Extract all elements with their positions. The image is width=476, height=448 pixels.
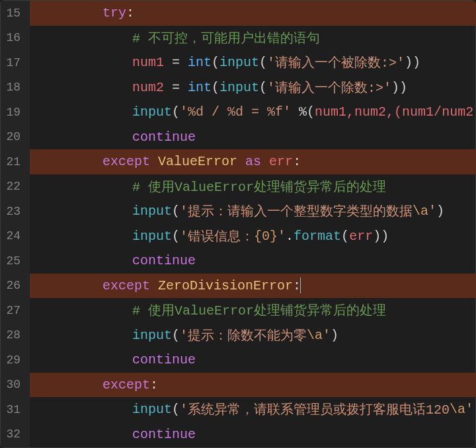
code-line[interactable]: except: xyxy=(30,373,476,398)
paren: ) xyxy=(473,402,476,417)
line-number: 21 xyxy=(5,149,20,174)
code-line[interactable]: # 使用ValueError处理铺货异常后的处理 xyxy=(30,298,476,323)
code-line[interactable]: input('提示：请输入一个整型数字类型的数据\a') xyxy=(30,199,476,224)
keyword-as: as xyxy=(245,154,261,169)
string: ' xyxy=(428,204,436,219)
code-line[interactable]: except ValueError as err: xyxy=(30,149,476,174)
paren: ( xyxy=(259,55,267,70)
gutter: 15 16 17 18 19 20 21 22 23 24 25 26 27 2… xyxy=(1,1,30,447)
line-number: 28 xyxy=(5,323,20,348)
line-number: 31 xyxy=(5,397,20,422)
escape-char: \a xyxy=(413,204,428,219)
paren: )) xyxy=(391,80,407,95)
paren: ( xyxy=(172,328,180,343)
paren: ( xyxy=(212,80,219,95)
comment: # 使用ValueError处理铺货异常后的处理 xyxy=(132,301,386,319)
identifier: err xyxy=(349,229,373,244)
line-number: 22 xyxy=(5,174,20,200)
keyword-continue: continue xyxy=(132,130,196,145)
identifier: err xyxy=(269,154,293,169)
code-line[interactable]: # 不可控，可能用户出错的语句 xyxy=(30,26,476,51)
keyword-continue: continue xyxy=(132,427,196,442)
identifier: num1,num2,(num1/num2) xyxy=(315,104,476,120)
line-number: 32 xyxy=(5,422,20,447)
line-number: 20 xyxy=(5,125,20,150)
code-line[interactable]: num1 = int(input('请输入一个被除数:>')) xyxy=(30,50,476,75)
func-input: input xyxy=(132,204,172,219)
escape-char: \a xyxy=(307,328,323,343)
line-number: 18 xyxy=(5,75,20,100)
dot: . xyxy=(286,229,294,244)
code-line[interactable]: input('错误信息：{0}'.format(err)) xyxy=(30,224,476,249)
identifier: num2 xyxy=(132,80,164,95)
code-line[interactable]: input('提示：除数不能为零\a') xyxy=(30,323,476,348)
line-number: 16 xyxy=(5,26,20,51)
operator: = xyxy=(164,80,188,95)
line-number: 29 xyxy=(5,348,20,373)
string: '系统异常，请联系管理员或拨打客服电话120 xyxy=(180,400,450,418)
paren: ) xyxy=(331,328,338,343)
line-number: 23 xyxy=(5,199,20,224)
string: '提示：请输入一个整型数字类型的数据 xyxy=(180,202,413,220)
paren: ( xyxy=(341,229,349,244)
paren: )) xyxy=(405,55,420,70)
string: ' xyxy=(465,402,473,417)
escape-char: \a xyxy=(450,402,465,417)
code-line[interactable]: continue xyxy=(30,422,476,447)
paren: ( xyxy=(172,104,180,120)
func-input: input xyxy=(132,229,172,244)
string: '请输入一个被除数:>' xyxy=(267,54,405,71)
code-line[interactable]: num2 = int(input('请输入一个除数:>')) xyxy=(30,75,476,100)
code-area[interactable]: try: # 不可控，可能用户出错的语句 num1 = int(input('请… xyxy=(30,1,476,447)
exception-class: ValueError xyxy=(158,154,237,169)
string: ' xyxy=(278,229,286,244)
colon: : xyxy=(150,377,158,392)
line-number: 25 xyxy=(5,248,20,274)
paren: ( xyxy=(172,229,180,244)
line-number: 24 xyxy=(5,224,20,249)
func-input: input xyxy=(132,104,172,120)
line-number: 17 xyxy=(5,50,20,75)
paren: ) xyxy=(436,204,444,219)
paren: )) xyxy=(373,229,389,244)
code-line[interactable]: try: xyxy=(30,1,476,26)
keyword-continue: continue xyxy=(132,352,196,367)
code-line[interactable]: continue xyxy=(30,125,476,150)
line-number: 27 xyxy=(5,298,20,323)
code-editor[interactable]: 15 16 17 18 19 20 21 22 23 24 25 26 27 2… xyxy=(0,0,476,448)
comment: # 使用ValueError处理铺货异常后的处理 xyxy=(132,178,386,196)
colon: : xyxy=(126,5,134,20)
paren: ( xyxy=(307,104,315,120)
keyword-except: except xyxy=(102,278,150,293)
code-line[interactable]: input('%d / %d = %f' %(num1,num2,(num1/n… xyxy=(30,100,476,125)
func-input: input xyxy=(132,328,172,343)
func-input: input xyxy=(219,55,259,70)
code-line[interactable]: input('系统异常，请联系管理员或拨打客服电话120\a') xyxy=(30,397,476,422)
paren: ( xyxy=(212,55,219,70)
string: '%d / %d = %f' xyxy=(180,104,291,120)
keyword-try: try xyxy=(102,5,126,20)
method-format: format xyxy=(294,229,341,244)
func-input: input xyxy=(132,402,172,417)
builtin-int: int xyxy=(188,55,212,70)
keyword-except: except xyxy=(102,377,150,392)
code-line[interactable]: continue xyxy=(30,248,476,274)
identifier: num1 xyxy=(132,55,164,70)
format-placeholder: {0} xyxy=(254,229,278,244)
code-line[interactable]: continue xyxy=(30,348,476,373)
builtin-int: int xyxy=(188,80,212,95)
line-number: 26 xyxy=(5,274,20,299)
paren: ( xyxy=(172,204,180,219)
func-input: input xyxy=(219,80,259,95)
comment: # 不可控，可能用户出错的语句 xyxy=(132,29,320,47)
line-number: 30 xyxy=(5,373,20,398)
keyword-except: except xyxy=(102,154,150,169)
paren: ( xyxy=(259,80,267,95)
string: '错误信息： xyxy=(180,227,254,245)
operator: % xyxy=(291,104,307,120)
exception-class: ZeroDivisionError xyxy=(158,278,293,293)
code-line[interactable]: except ZeroDivisionError: xyxy=(30,274,476,299)
colon: : xyxy=(293,154,301,169)
keyword-continue: continue xyxy=(132,253,196,268)
code-line[interactable]: # 使用ValueError处理铺货异常后的处理 xyxy=(30,174,476,200)
